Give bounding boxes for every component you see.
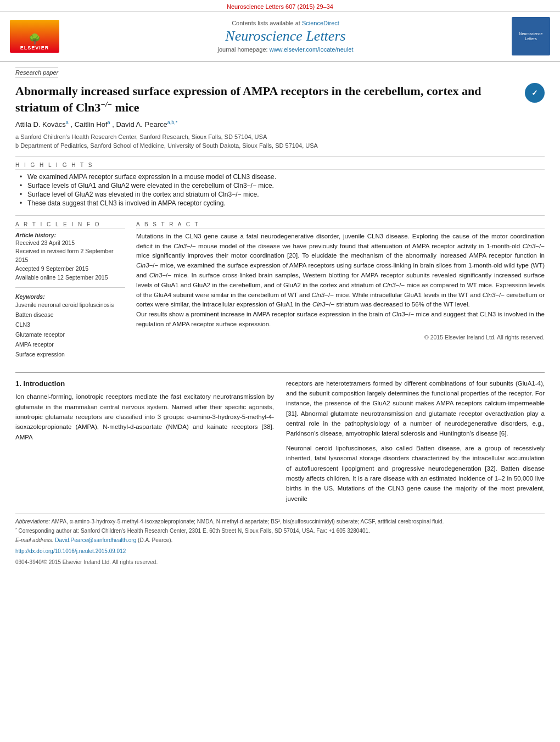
highlights-section: H I G H L I G H T S We examined AMPA rec… — [15, 162, 545, 208]
received-revised-date: Received in revised form 2 September 201… — [15, 247, 125, 265]
keyword-3: CLN3 — [15, 320, 125, 330]
header-center: Contents lists available at ScienceDirec… — [59, 20, 512, 53]
journal-header: 🌳 ELSEVIER Contents lists available at S… — [0, 12, 560, 62]
keywords-block: Keywords: Juvenile neuronal ceroid lipof… — [15, 293, 125, 359]
elsevier-text: ELSEVIER — [20, 45, 49, 51]
affiliation-b: b Department of Pediatrics, Sanford Scho… — [15, 141, 545, 150]
abstract-col: A B S T R A C T Mutations in the CLN3 ge… — [136, 221, 545, 364]
keyword-4: Glutamate receptor — [15, 330, 125, 340]
abstract-label: A B S T R A C T — [136, 221, 545, 229]
copyright-line: © 2015 Elsevier Ireland Ltd. All rights … — [136, 333, 545, 342]
intro-para-3: Neuronal ceroid lipofuscinoses, also cal… — [286, 443, 545, 504]
available-date: Available online 12 September 2015 — [15, 274, 125, 282]
doi-line: http://dx.doi.org/10.1016/j.neulet.2015.… — [15, 547, 545, 556]
crossmark-icon: ✓ — [531, 88, 538, 97]
issn-line: 0304-3940/© 2015 Elsevier Ireland Ltd. A… — [15, 558, 545, 567]
article-title-row: Abnormally increased surface expression … — [15, 83, 545, 115]
sciencedirect-anchor[interactable]: ScienceDirect — [302, 20, 339, 26]
article-info-label: A R T I C L E I N F O — [15, 221, 125, 229]
main-content: Research paper Abnormally increased surf… — [0, 62, 560, 576]
crossmark-logo: ✓ — [525, 83, 545, 103]
accepted-date: Accepted 9 September 2015 — [15, 265, 125, 274]
info-divider — [15, 287, 125, 288]
highlights-label: H I G H L I G H T S — [15, 162, 545, 170]
journal-homepage: journal homepage: www.elsevier.com/locat… — [70, 46, 501, 53]
history-label: Article history: — [15, 232, 125, 238]
abstract-text: Mutations in the CLN3 gene cause a fatal… — [136, 232, 545, 342]
journal-title: Neuroscience Letters — [70, 28, 501, 44]
abbreviations-line: Abbreviations: AMPA, α-amino-3-hydroxy-5… — [15, 517, 545, 526]
corresponding-line: * Corresponding author at: Sanford Child… — [15, 526, 545, 535]
authors-line: Attila D. Kovácsa , Caitlin Hofa , David… — [15, 120, 545, 129]
journal-thumbnail: NeuroscienceLetters — [512, 17, 550, 55]
intro-left-col: 1. Introduction Ion channel-forming, ion… — [15, 378, 274, 509]
citation-text: Neuroscience Letters 607 (2015) 29–34 — [227, 3, 333, 10]
intro-section-header: 1. Introduction — [15, 378, 274, 390]
footnotes: Abbreviations: AMPA, α-amino-3-hydroxy-5… — [15, 514, 545, 566]
article-info-abstract: A R T I C L E I N F O Article history: R… — [15, 221, 545, 364]
citation-bar: Neuroscience Letters 607 (2015) 29–34 — [0, 0, 560, 12]
email-link[interactable]: David.Pearce@sanfordhealth.org — [55, 537, 136, 543]
article-type-label: Research paper — [15, 68, 58, 77]
divider-2 — [15, 215, 545, 216]
article-info: A R T I C L E I N F O Article history: R… — [15, 221, 125, 364]
affiliations: a Sanford Children's Health Research Cen… — [15, 132, 545, 150]
affiliation-a: a Sanford Children's Health Research Cen… — [15, 132, 545, 142]
intro-right-col: receptors are heterotetramers formed by … — [286, 378, 545, 509]
divider-1 — [15, 156, 545, 157]
doi-link[interactable]: http://dx.doi.org/10.1016/j.neulet.2015.… — [15, 548, 126, 554]
received-date: Received 23 April 2015 — [15, 239, 125, 248]
homepage-link[interactable]: www.elsevier.com/locate/neulet — [270, 46, 354, 53]
highlights-list: We examined AMPA receptor surface expres… — [15, 172, 545, 208]
intro-para-1: Ion channel-forming, ionotropic receptor… — [15, 392, 274, 442]
keyword-2: Batten disease — [15, 310, 125, 320]
highlight-item-1: We examined AMPA receptor surface expres… — [20, 172, 545, 181]
article-title: Abnormally increased surface expression … — [15, 83, 518, 115]
section-divider — [15, 372, 545, 373]
keyword-6: Surface expression — [15, 350, 125, 360]
introduction-body: 1. Introduction Ion channel-forming, ion… — [15, 378, 545, 509]
abstract-para-1: Mutations in the CLN3 gene cause a fatal… — [136, 232, 545, 310]
abstract-para-2: Our results show a prominent increase in… — [136, 310, 545, 330]
sciencedirect-link: Contents lists available at ScienceDirec… — [70, 20, 501, 26]
intro-para-2: receptors are heterotetramers formed by … — [286, 378, 545, 439]
page: Neuroscience Letters 607 (2015) 29–34 🌳 … — [0, 0, 560, 742]
keyword-1: Juvenile neuronal ceroid lipofuscinosis — [15, 300, 125, 310]
keyword-5: AMPA receptor — [15, 340, 125, 350]
elsevier-logo: 🌳 ELSEVIER — [10, 20, 59, 53]
keywords-list: Juvenile neuronal ceroid lipofuscinosis … — [15, 300, 125, 359]
history-block: Article history: Received 23 April 2015 … — [15, 232, 125, 282]
email-line: E-mail address: David.Pearce@sanfordheal… — [15, 536, 545, 545]
highlight-item-3: Surface level of GluA2 was elevated in t… — [20, 190, 545, 199]
elsevier-logo-inner: 🌳 ELSEVIER — [10, 20, 59, 53]
keywords-label: Keywords: — [15, 293, 125, 300]
highlight-item-2: Surface levels of GluA1 and GluA2 were e… — [20, 181, 545, 190]
journal-thumb-text: NeuroscienceLetters — [519, 31, 543, 41]
elsevier-tree-icon: 🌳 — [29, 33, 41, 45]
highlight-item-4: These data suggest that CLN3 is involved… — [20, 199, 545, 208]
